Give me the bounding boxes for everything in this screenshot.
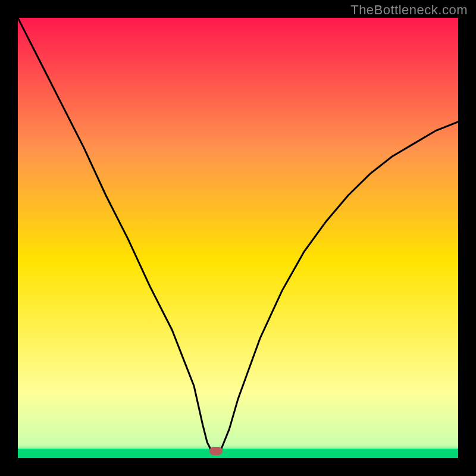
watermark-text: TheBottleneck.com	[350, 2, 468, 18]
optimum-marker	[209, 447, 223, 455]
bottleneck-curve	[18, 18, 458, 458]
plot-area	[18, 18, 458, 458]
